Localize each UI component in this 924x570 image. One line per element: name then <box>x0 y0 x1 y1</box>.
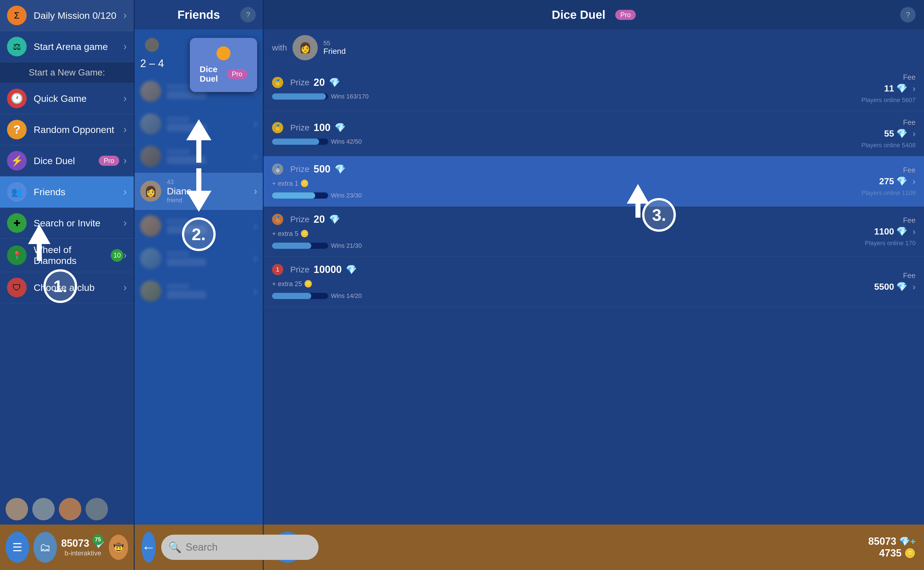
players-online: Players online 5408 <box>861 142 916 149</box>
tray-button[interactable]: 🗂 <box>34 532 57 563</box>
diamond-icon: 💎 <box>329 214 340 225</box>
medal-icon: 1 <box>272 264 283 275</box>
medal-icon: 🥈 <box>272 164 283 175</box>
unselected-dot: 2 – 4 <box>140 35 164 70</box>
chevron-right-icon: › <box>254 253 257 265</box>
level-row-2000[interactable]: 🥉 Prize 20 💎 + extra 5 🪙 Wins 21/30 F <box>264 207 924 257</box>
section-header-new-game: Start a New Game: <box>0 62 134 83</box>
diamond-icon: 💎 <box>896 176 907 187</box>
game-dot-orange <box>216 46 231 60</box>
menu-item-start-arena[interactable]: ⚖ Start Arena game › <box>0 31 134 62</box>
chevron-right-icon: › <box>123 250 127 261</box>
online-avatars-row <box>0 494 134 524</box>
right-bottom-bar: ← 85073 💎+ 4735 🪙 <box>264 524 924 570</box>
right-pro-badge: Pro <box>615 10 636 20</box>
username: b-interaktive <box>64 549 101 557</box>
menu-label-random-opponent: Random Opponent <box>34 124 123 135</box>
menu-item-quick-game[interactable]: 🕐 Quick Game › <box>0 83 134 114</box>
hamburger-button[interactable]: ☰ <box>6 532 29 563</box>
wins-text: Wins 42/50 <box>331 138 362 145</box>
daily-mission-icon: Σ <box>7 6 27 25</box>
progress-fill <box>272 293 311 299</box>
menu-item-daily-mission[interactable]: Σ Daily Mission 0/120 › <box>0 0 134 31</box>
right-header: Dice Duel Pro ? <box>264 0 924 29</box>
circle-2: 2. <box>182 218 216 251</box>
chevron-right-icon: › <box>254 185 257 197</box>
section-header-label: Start a New Game: <box>29 67 105 78</box>
chevron-right-icon: › <box>123 93 127 104</box>
friend-avatar-right: 👩 <box>292 35 318 60</box>
game-card-pro-badge: Pro <box>227 69 247 79</box>
menu-item-dice-duel[interactable]: ⚡ Dice Duel Pro › <box>0 145 134 176</box>
friend-info <box>167 283 254 299</box>
menu-label-dice-duel: Dice Duel <box>34 155 95 166</box>
friends-help-button[interactable]: ? <box>240 7 256 23</box>
level-row-500[interactable]: 🥈 Prize 500 💎 + extra 1 🪙 Wins 23/30 <box>264 156 924 207</box>
progress-fill <box>272 243 311 249</box>
fee-section: Fee 5500 💎 › <box>874 271 916 292</box>
level-row-20[interactable]: 🥇 Prize 20 💎 Wins 163/170 Fee <box>264 66 924 111</box>
menu-item-search-invite[interactable]: ✚ Search or Invite › 1. <box>0 208 134 239</box>
search-bar-container: ← 🔍 <box>135 524 263 570</box>
chevron-right-icon: › <box>254 285 257 297</box>
right-coins-value: 4735 <box>879 547 901 559</box>
menu-label-quick-game: Quick Game <box>34 93 123 104</box>
currency-value: 85073 <box>61 538 89 549</box>
with-friend-info: 55 Friend <box>323 40 346 56</box>
chevron-right-icon: › <box>123 186 127 198</box>
wins-text: Wins 21/30 <box>331 242 362 250</box>
back-button[interactable]: ← <box>142 532 156 563</box>
search-icon: 🔍 <box>168 541 181 553</box>
chevron-right-icon: › <box>123 124 127 135</box>
chevron-right-icon: › <box>123 155 127 167</box>
progress-fill <box>272 139 319 145</box>
level-row-100[interactable]: 🥇 Prize 100 💎 Wins 42/50 Fee <box>264 111 924 156</box>
menu-label-daily-mission: Daily Mission 0/120 <box>34 10 123 21</box>
progress-fill <box>272 93 326 100</box>
level-row-10000[interactable]: 1 Prize 10000 💎 + extra 25 🪙 Wins 14/20 <box>264 257 924 307</box>
badge-count: 10 <box>111 249 123 262</box>
chevron-right-icon: › <box>912 226 916 237</box>
level-badge: 75 <box>93 535 103 545</box>
random-opponent-icon: ? <box>7 120 27 139</box>
game-card-overlay[interactable]: Dice Duel Pro <box>190 38 257 92</box>
friend-avatar <box>140 113 161 134</box>
friend-avatar <box>140 81 161 102</box>
medal-icon: 🥉 <box>272 214 283 225</box>
extra-reward: + extra 25 🪙 <box>272 280 874 288</box>
search-input-wrapper[interactable]: 🔍 <box>161 535 318 560</box>
wheel-diamonds-icon: 📍 <box>7 245 27 265</box>
search-invite-icon: ✚ <box>7 213 27 233</box>
chevron-right-icon: › <box>912 176 916 187</box>
friend-avatar <box>140 146 161 167</box>
game-selection-row: 2 – 4 Dice Duel Pro <box>135 29 263 75</box>
friend-avatar <box>140 280 161 302</box>
diamond-icon: 💎 <box>346 264 357 275</box>
arena-icon: ⚖ <box>7 37 27 57</box>
wins-text: Wins 23/30 <box>331 192 362 199</box>
diamond-icon: 💎 <box>896 83 907 94</box>
players-online: Players online 170 <box>865 239 916 247</box>
chevron-right-icon: › <box>254 118 257 130</box>
menu-item-wheel-diamonds[interactable]: 📍 Wheel of Diamonds 10 › <box>0 239 134 272</box>
quick-game-icon: 🕐 <box>7 89 27 108</box>
chevron-right-icon: › <box>912 83 916 94</box>
wins-progress-bar <box>272 139 328 145</box>
user-avatar[interactable]: 🤠 <box>109 535 128 560</box>
annotation-1 <box>28 224 50 261</box>
fee-section: Fee 275 💎 › Players online 1109 <box>861 166 916 197</box>
friends-icon: 👥 <box>7 182 27 202</box>
menu-item-friends[interactable]: 👥 Friends › <box>0 176 134 208</box>
menu-item-random-opponent[interactable]: ? Random Opponent › <box>0 114 134 145</box>
wins-progress-bar <box>272 243 328 249</box>
friend-item[interactable]: › <box>135 275 263 308</box>
search-input[interactable] <box>186 541 312 553</box>
friends-header: Friends ? <box>135 0 263 29</box>
dice-duel-icon: ⚡ <box>7 151 27 170</box>
players-online: Players online 5607 <box>861 97 916 104</box>
annotation-2-container: 2. <box>182 119 216 251</box>
right-help-button[interactable]: ? <box>900 7 916 23</box>
friend-avatar <box>140 215 161 236</box>
diamond-plus-icon: 💎+ <box>899 536 916 547</box>
friend-info <box>167 251 254 266</box>
